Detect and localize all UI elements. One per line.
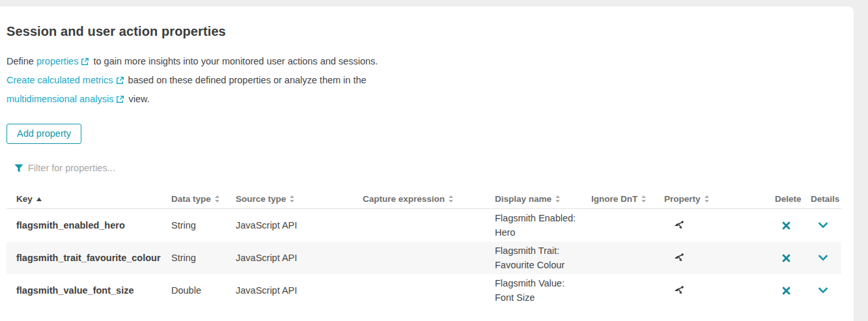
cell-delete [768,283,804,298]
column-header-label: Property [664,194,701,204]
column-header-property[interactable]: Property [664,194,768,204]
external-link-icon[interactable] [81,54,89,72]
cell-delete [768,218,804,233]
sort-both-icon [641,195,646,202]
column-header-source-type[interactable]: Source type [236,194,363,204]
column-header-ignore-dnt[interactable]: Ignore DnT [591,194,664,204]
cell-source-type: JavaScript API [236,285,363,296]
link-create-calculated-metrics[interactable]: Create calculated metrics [7,75,113,85]
column-header-label: Details [811,194,839,204]
chevron-down-icon [818,255,828,261]
filter-row [14,163,854,173]
x-delete-icon [781,221,791,230]
cell-details [804,285,841,296]
cell-details [804,219,841,231]
external-link-icon[interactable] [116,92,124,109]
sort-both-icon [290,195,294,202]
chevron-down-icon [818,287,828,294]
cell-data-type: Double [171,285,236,296]
cell-display-name: Flagsmith Value: Font Size [495,276,591,305]
session-property-icon [673,253,684,263]
sort-both-icon [705,195,709,202]
cell-property [664,220,768,230]
column-header-label: Ignore DnT [591,194,637,204]
delete-button[interactable] [779,218,794,233]
column-header-label: Display name [495,194,552,204]
filter-input[interactable] [28,163,236,173]
details-expand-button[interactable] [815,252,831,264]
cell-data-type: String [171,220,236,230]
sort-asc-icon [36,197,42,201]
description-text: Define properties to gain more insights … [7,53,387,109]
x-delete-icon [781,286,791,296]
column-header-display-name[interactable]: Display name [495,194,591,204]
cell-property [664,253,768,263]
content-card: Session and user action properties Defin… [0,7,854,321]
delete-button[interactable] [779,283,794,298]
x-delete-icon [781,253,791,263]
column-header-key[interactable]: Key [7,194,171,204]
column-header-label: Capture expression [363,194,445,204]
external-link-icon[interactable] [116,73,124,91]
cell-source-type: JavaScript API [236,253,363,263]
column-header-label: Delete [775,194,802,204]
delete-button[interactable] [779,251,794,266]
page-title: Session and user action properties [7,24,854,39]
cell-source-type: JavaScript API [236,220,363,230]
cell-property [664,285,768,296]
details-expand-button[interactable] [815,285,831,296]
cell-display-name: Flagsmith Trait: Favourite Colour [495,244,591,272]
cell-key: flagsmith_trait_favourite_colour [7,253,171,263]
session-property-icon [673,285,684,296]
sort-both-icon [215,195,219,202]
cell-delete [768,251,804,266]
cell-key: flagsmith_enabled_hero [7,220,171,230]
table-row: flagsmith_value_font_sizeDoubleJavaScrip… [7,274,841,307]
table-header-row: KeyData typeSource typeCapture expressio… [7,189,841,209]
sort-both-icon [449,195,453,202]
column-header-label: Source type [236,194,286,204]
column-header-capture-expression[interactable]: Capture expression [363,194,495,204]
link-properties[interactable]: properties [36,56,78,66]
column-header-data-type[interactable]: Data type [171,194,236,204]
add-property-button[interactable]: Add property [7,124,81,144]
column-header-details: Details [804,194,841,204]
properties-table: KeyData typeSource typeCapture expressio… [7,189,841,307]
cell-details [804,252,841,264]
sort-both-icon [555,195,560,202]
table-row: flagsmith_enabled_heroStringJavaScript A… [7,209,841,242]
cell-key: flagsmith_value_font_size [7,285,171,296]
link-multidimensional-analysis[interactable]: multidimensional analysis [7,94,113,104]
column-header-label: Key [16,194,33,204]
column-header-label: Data type [171,194,211,204]
table-row: flagsmith_trait_favourite_colourStringJa… [7,242,841,274]
cell-display-name: Flagsmith Enabled: Hero [495,211,591,240]
column-header-delete: Delete [768,194,804,204]
session-property-icon [673,220,684,230]
chevron-down-icon [818,222,828,229]
cell-data-type: String [171,253,236,263]
details-expand-button[interactable] [815,219,831,231]
filter-funnel-icon [14,164,23,173]
